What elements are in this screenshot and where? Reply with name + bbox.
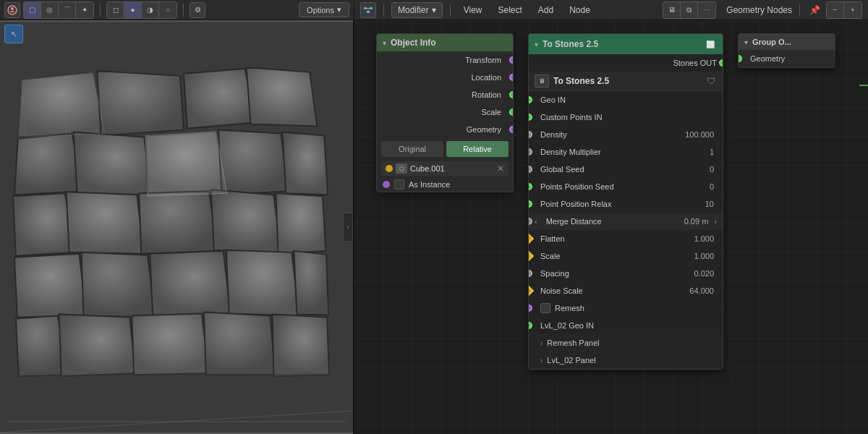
select-circle-btn[interactable]: ◎ [41, 2, 59, 18]
object-info-header[interactable]: ▾ Object Info [377, 34, 513, 51]
rotation-label: Rotation [383, 90, 507, 99]
node-editor[interactable]: ▾ Object Info Transform Location Rotatio… [354, 20, 868, 434]
group-out-header[interactable]: ▾ Group O... [739, 34, 835, 50]
node-editor-toolbar: Modifier ▾ View Select Add Node 🖥 ⧉ ⋯ Ge… [354, 1, 868, 19]
merge-left-arrow[interactable]: ‹ [532, 217, 540, 226]
ts-scale-row[interactable]: Scale 1.000 [529, 247, 723, 265]
points-pos-seed-label: Points Position Seed [535, 182, 710, 191]
node-menu-btn[interactable]: Node [563, 2, 596, 18]
custom-points-row: Custom Points IN [529, 109, 723, 126]
geometry-socket [509, 126, 514, 133]
flatten-row[interactable]: Flatten 1.000 [529, 230, 723, 247]
lvl02-panel-row[interactable]: › LvL_02 Panel [529, 352, 723, 369]
global-seed-row[interactable]: Global Seed 0 [529, 161, 723, 178]
options-arrow: ▾ [337, 5, 341, 14]
add-menu-btn[interactable]: Add [532, 2, 559, 18]
merge-distance-row[interactable]: ‹ Merge Distance 0.09 m › [529, 213, 723, 230]
to-stones-inner-title: To Stones 2.5 [553, 76, 701, 86]
svg-marker-11 [18, 72, 105, 137]
object-info-collapse-arrow: ▾ [383, 39, 386, 47]
options-dropdown-btn[interactable]: Options ▾ [299, 2, 349, 17]
pin-icon-btn[interactable]: 📌 [807, 3, 822, 17]
lvl02-geo-socket [528, 322, 532, 329]
svg-marker-14 [247, 67, 318, 127]
modifier-label: Modifier [398, 5, 429, 15]
svg-marker-13 [184, 69, 256, 129]
svg-marker-27 [150, 251, 231, 316]
solid-shading-btn[interactable]: ● [124, 2, 142, 18]
select-menu-btn[interactable]: Select [492, 2, 527, 18]
noise-scale-row[interactable]: Noise Scale 64.000 [529, 282, 723, 299]
lvl02-panel-arrow: › [535, 357, 542, 365]
remesh-panel-row[interactable]: › Remesh Panel [529, 334, 723, 352]
geo-in-row: Geo IN [529, 91, 723, 109]
as-instance-socket [383, 181, 390, 188]
object-info-node[interactable]: ▾ Object Info Transform Location Rotatio… [376, 33, 514, 192]
node-editor-icon[interactable] [360, 2, 376, 18]
copy-btn[interactable]: ⧉ [681, 2, 698, 18]
merge-right-arrow[interactable]: › [711, 217, 720, 226]
render-shading-btn[interactable]: ○ [159, 2, 176, 18]
group-output-node[interactable]: ▾ Group O... Geometry [738, 33, 835, 68]
relative-btn[interactable]: Relative [446, 141, 509, 157]
density-row[interactable]: Density 100.000 [529, 126, 723, 143]
remesh-panel-label: Remesh Panel [542, 339, 717, 347]
object-selector-row[interactable]: ⬡ Cube.001 ✕ [381, 161, 509, 176]
select-lasso-btn[interactable]: ⌒ [59, 2, 76, 18]
remesh-row[interactable]: Remesh [529, 299, 723, 317]
render-btn[interactable]: 🖥 [663, 2, 681, 18]
scale-socket [509, 109, 514, 116]
rotation-socket-connected [509, 91, 514, 98]
point-pos-relax-row[interactable]: Point Position Relax 10 [529, 195, 723, 213]
remesh-checkbox[interactable] [540, 303, 550, 313]
blender-logo-btn[interactable] [4, 2, 20, 18]
select-box-btn[interactable]: ▢ [24, 2, 41, 18]
material-shading-btn[interactable]: ◑ [142, 2, 159, 18]
spacing-label: Spacing [535, 269, 694, 278]
to-stones-copy-btn[interactable]: ⬜ [704, 38, 717, 51]
settings-btn[interactable]: ⋯ [698, 2, 715, 18]
svg-marker-25 [14, 254, 87, 318]
select-tool[interactable]: ↖ [4, 25, 23, 43]
select-tweak-btn[interactable]: ✦ [76, 2, 93, 18]
as-instance-checkbox[interactable] [394, 179, 404, 190]
lvl02-geo-label: LvL_02 Geo IN [535, 321, 717, 330]
svg-marker-37 [11, 373, 331, 414]
stone-wall-render [0, 20, 353, 434]
svg-rect-4 [370, 7, 373, 9]
zoom-in-btn[interactable]: + [844, 2, 861, 18]
svg-marker-34 [272, 315, 329, 377]
as-instance-row: As Instance [377, 177, 513, 192]
svg-rect-5 [367, 11, 370, 13]
stones-out-socket [719, 59, 723, 67]
geometry-label: Geometry [383, 125, 507, 134]
to-stones-node[interactable]: ▾ To Stones 2.5 ⬜ Stones OUT 🖥 To Stones… [528, 33, 723, 370]
viewport-tools: ↖ [4, 25, 23, 43]
scale-row: Scale [377, 103, 513, 121]
lvl02-geo-row: LvL_02 Geo IN [529, 317, 723, 334]
object-info-title: Object Info [391, 38, 507, 48]
point-pos-relax-value: 10 [705, 200, 717, 208]
group-out-geometry-row: Geometry [739, 50, 835, 67]
viewport-settings-btn[interactable]: ⚙ [190, 2, 205, 18]
object-clear-btn[interactable]: ✕ [497, 163, 504, 174]
spacing-value: 0.020 [694, 269, 717, 278]
stones-out-row: Stones OUT [529, 54, 723, 72]
points-pos-seed-row[interactable]: Points Position Seed 0 [529, 178, 723, 195]
zoom-out-btn[interactable]: − [827, 2, 844, 18]
to-stones-title: To Stones 2.5 [542, 39, 699, 49]
stones-out-label: Stones OUT [535, 59, 717, 67]
geo-in-socket [528, 96, 532, 103]
original-btn[interactable]: Original [381, 141, 443, 157]
wire-shading-btn[interactable]: ◻ [107, 2, 124, 18]
view-menu-btn[interactable]: View [458, 2, 488, 18]
3d-viewport[interactable]: ↖ [0, 20, 354, 434]
transform-socket [509, 56, 514, 64]
spacing-row[interactable]: Spacing 0.020 [529, 265, 723, 282]
svg-marker-24 [276, 193, 326, 254]
viewport-collapse-btn[interactable]: ‹ [343, 213, 353, 242]
to-stones-header[interactable]: ▾ To Stones 2.5 ⬜ [529, 34, 723, 54]
modifier-dropdown[interactable]: Modifier ▾ [391, 2, 443, 18]
main-content: ↖ [0, 20, 868, 434]
density-multiplier-row[interactable]: Density Multiplier 1 [529, 143, 723, 161]
